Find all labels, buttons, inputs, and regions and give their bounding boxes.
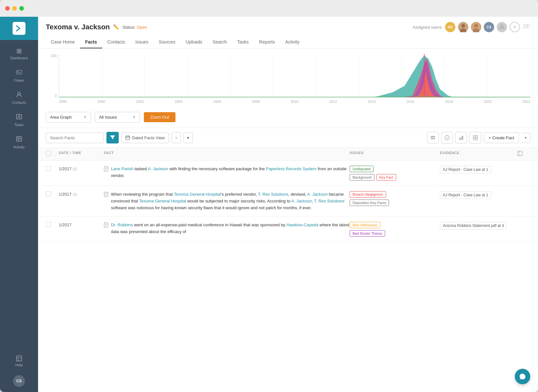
- sidebar-item-label: Cases: [14, 78, 24, 82]
- person-link-a-jackson[interactable]: A. Jackson: [148, 166, 168, 171]
- svg-point-22: [527, 24, 530, 27]
- issue-tag-background[interactable]: Background: [350, 174, 374, 181]
- sidebar-item-activity[interactable]: Activity: [0, 131, 38, 153]
- row-checkbox[interactable]: [46, 166, 51, 171]
- table-row: 1/2017 (2) Lan: [38, 161, 538, 186]
- chart-icon: [459, 135, 464, 140]
- sidebar-item-dashboard[interactable]: ⊞ Dashboard: [0, 43, 38, 64]
- document-icon: [104, 166, 108, 172]
- nav-tasks[interactable]: Tasks: [232, 36, 254, 48]
- person-link-dr-robbins[interactable]: Dr. Robbins: [111, 222, 133, 227]
- chart-x-labels: 1998 2000 2002 2004 2006 2008 2010 2012 …: [59, 98, 530, 105]
- select-all-checkbox[interactable]: [46, 151, 51, 156]
- nav-case-home[interactable]: Case Home: [46, 36, 80, 48]
- case-title-left: Texoma v. Jackson ✏️ Status: Open: [46, 23, 147, 31]
- zoom-out-button[interactable]: Zoom Out: [144, 112, 175, 122]
- case-header: Texoma v. Jackson ✏️ Status: Open Assign…: [38, 17, 538, 49]
- view-icon-button-2[interactable]: [441, 132, 453, 143]
- view-icon-button-3[interactable]: [455, 132, 467, 143]
- sidebar-item-help[interactable]: Help: [0, 351, 38, 371]
- x-label: 2016: [406, 100, 414, 103]
- sidebar-logo[interactable]: [0, 17, 38, 40]
- entity-link-trex[interactable]: T. Rex Solutions: [258, 192, 288, 197]
- logo-icon: [13, 22, 25, 35]
- person-link-a-jackson-3[interactable]: A. Jackson: [291, 199, 312, 203]
- date-cell: 1/2017 (3): [59, 191, 104, 197]
- expand-filter-button[interactable]: ▾: [184, 132, 193, 143]
- search-facts-input[interactable]: [46, 132, 104, 143]
- nav-uploads[interactable]: Uploads: [181, 36, 207, 48]
- view-icon-button-1[interactable]: [427, 132, 439, 143]
- view-icon-button-4[interactable]: [470, 132, 481, 143]
- activity-icon: [16, 136, 22, 144]
- entity-link-trex-2[interactable]: T. Rex Solutions': [314, 199, 345, 203]
- sidebar-item-contacts[interactable]: Contacts: [0, 87, 38, 109]
- dated-facts-view-button[interactable]: Dated Facts View: [121, 132, 169, 143]
- user-badge-anon[interactable]: [497, 22, 507, 32]
- entity-link-texoma[interactable]: Texoma General Hospital: [174, 192, 221, 197]
- entity-link-hawkins-cepeda[interactable]: Hawkins-Cepeda: [286, 222, 318, 227]
- nav-issues[interactable]: Issues: [130, 36, 154, 48]
- issue-tag-bad-doctor[interactable]: Bad Doctor Theory: [350, 230, 385, 237]
- row-checkbox[interactable]: [46, 222, 51, 227]
- manage-users-button[interactable]: [523, 23, 530, 31]
- sidebar-bottom: Help CS: [0, 351, 38, 392]
- issue-tag-breach[interactable]: Breach (Negligence): [350, 191, 386, 198]
- user-badge-cs[interactable]: CS: [484, 22, 494, 32]
- user-avatar-photo2[interactable]: [471, 22, 481, 32]
- close-filter-button[interactable]: ×: [172, 132, 181, 143]
- calendar-icon: [125, 135, 130, 140]
- issues-cell: Breach (Negligence) Deposition Key Facts: [350, 191, 440, 206]
- minimize-window-button[interactable]: [12, 6, 17, 11]
- person-link-a-jackson-2[interactable]: A. Jackson: [307, 192, 328, 197]
- expand-evidence-icon[interactable]: [517, 151, 523, 156]
- issue-tag-key-fact[interactable]: Key Fact: [376, 174, 396, 181]
- status-value: Open: [137, 25, 147, 30]
- row-checkbox[interactable]: [46, 191, 51, 196]
- create-fact-dropdown-button[interactable]: ▾: [522, 133, 530, 143]
- sidebar-item-label: Activity: [14, 145, 25, 149]
- nav-contacts[interactable]: Contacts: [102, 36, 130, 48]
- graph-type-select[interactable]: Area Graph ▼: [46, 112, 91, 122]
- evidence-tag[interactable]: Arizona Robbins Statement.pdf at 4: [440, 222, 507, 230]
- user-avatar-photo1[interactable]: [458, 22, 468, 32]
- entity-link-texoma-2[interactable]: Texoma General Hospital: [139, 199, 186, 203]
- toolbar-right: + Create Fact ▾: [427, 132, 530, 143]
- maximize-window-button[interactable]: [19, 6, 24, 11]
- issue-tag-bias[interactable]: Bias (Witnesses): [350, 222, 380, 228]
- issue-tag-deposition[interactable]: Deposition Key Facts: [350, 200, 389, 206]
- issues-filter-select[interactable]: All Issues ▼: [95, 112, 140, 122]
- issues-row: Breach (Negligence): [350, 191, 440, 198]
- help-label: Help: [15, 363, 23, 367]
- evidence-tag[interactable]: AJ Report - Case Law at 1: [440, 191, 491, 199]
- nav-sources[interactable]: Sources: [154, 36, 180, 48]
- date-cell: 1/2017 (2): [59, 166, 104, 171]
- nav-facts[interactable]: Facts: [80, 36, 102, 48]
- close-window-button[interactable]: [5, 6, 10, 11]
- entity-link-paperless-records[interactable]: Paperless Records System: [266, 166, 317, 171]
- sidebar-item-tasks[interactable]: Tasks: [0, 109, 38, 131]
- filter-button[interactable]: [106, 132, 119, 143]
- svg-rect-41: [473, 135, 475, 137]
- person-link-lane-parish[interactable]: Lane Parish: [111, 166, 133, 171]
- sidebar-item-cases[interactable]: Cases: [0, 64, 38, 87]
- case-nav: Case Home Facts Contacts Issues Sources …: [46, 36, 530, 48]
- add-user-button[interactable]: +: [510, 22, 520, 32]
- nav-reports[interactable]: Reports: [254, 36, 280, 48]
- issues-row: Background Key Fact: [350, 174, 440, 181]
- user-avatar[interactable]: CS: [13, 375, 25, 387]
- y-label-100: 100: [51, 54, 57, 58]
- create-fact-button[interactable]: + Create Fact: [484, 132, 519, 143]
- chat-bubble-button[interactable]: [515, 369, 530, 384]
- chart-plot[interactable]: [59, 54, 530, 98]
- edit-case-icon[interactable]: ✏️: [113, 24, 119, 30]
- evidence-tag[interactable]: AJ Report - Case Law at 1: [440, 166, 491, 173]
- nav-activity[interactable]: Activity: [280, 36, 304, 48]
- user-badge-hc[interactable]: HC: [445, 22, 455, 32]
- table-row: 1/2017 (3) Whe: [38, 186, 538, 217]
- issue-tag-undisputed[interactable]: Undisputed: [350, 166, 374, 172]
- issues-filter-arrow-icon: ▼: [133, 115, 136, 119]
- nav-search[interactable]: Search: [207, 36, 232, 48]
- x-label: 1998: [59, 100, 66, 103]
- issues-cell: Undisputed Background Key Fact: [350, 166, 440, 181]
